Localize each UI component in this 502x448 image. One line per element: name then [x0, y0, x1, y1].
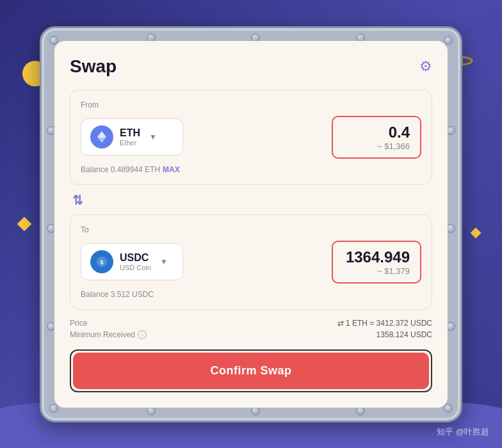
min-received-label: Minimum Received i	[70, 330, 147, 339]
to-token-name: USD Coin	[120, 264, 151, 271]
price-label: Price	[70, 319, 87, 328]
bolt-bottom-3	[356, 406, 365, 415]
bolt-right-2	[446, 224, 455, 233]
to-amount-usd: ~ $1,379	[343, 266, 410, 276]
to-balance-text: Balance 3.512 USDC	[81, 290, 154, 299]
page-title: Swap	[70, 56, 117, 77]
to-balance-row: Balance 3.512 USDC	[81, 290, 421, 299]
to-amount-box: 1364.949 ~ $1,379	[332, 241, 421, 284]
to-token-selector[interactable]: $ USDC USD Coin ▼	[81, 243, 183, 280]
price-row: Price ⇄ 1 ETH = 3412.372 USDC	[70, 319, 432, 328]
svg-marker-2	[97, 131, 106, 139]
bolt-right-1	[446, 126, 455, 135]
to-token-chevron-icon: ▼	[160, 257, 168, 266]
confirm-button-wrapper: Confirm Swap	[70, 349, 432, 392]
to-token-symbol: USDC	[120, 252, 151, 264]
svg-text:$: $	[100, 259, 103, 266]
card-header: Swap ⚙	[70, 56, 432, 77]
usdc-token-icon: $	[90, 250, 113, 273]
diamond-decoration-right	[471, 228, 482, 239]
background: Swap ⚙ From	[0, 0, 502, 448]
usdc-token-info: USDC USD Coin	[120, 252, 151, 271]
confirm-swap-button[interactable]: Confirm Swap	[73, 353, 429, 389]
from-token-symbol: ETH	[120, 127, 140, 139]
bolt-bottom-left	[49, 404, 58, 413]
from-balance-text: Balance 0.489944 ETH	[81, 165, 160, 174]
from-balance-row: Balance 0.489944 ETH MAX	[81, 165, 421, 174]
to-section: To $ USDC USD Coin ▼	[70, 214, 432, 310]
price-info-section: Price ⇄ 1 ETH = 3412.372 USDC Minimum Re…	[70, 319, 432, 339]
bolt-top-left	[49, 36, 58, 45]
diamond-decoration-left	[17, 217, 32, 232]
swap-card: Swap ⚙ From	[54, 41, 448, 408]
eth-token-info: ETH Ether	[120, 127, 140, 147]
from-token-selector[interactable]: ETH Ether ▼	[81, 118, 183, 156]
swap-direction-container: ⇅	[70, 189, 432, 212]
from-token-name: Ether	[120, 139, 140, 147]
to-amount-value: 1364.949	[343, 248, 410, 266]
bolt-bottom-2	[251, 406, 260, 415]
from-amount-value: 0.4	[343, 124, 410, 141]
metal-panel: Swap ⚙ From	[40, 26, 462, 422]
from-section: From ETH Ether	[70, 90, 432, 185]
from-token-row: ETH Ether ▼ 0.4 ~ $1,366	[81, 116, 421, 159]
swap-direction-button[interactable]: ⇅	[70, 191, 86, 209]
to-label: To	[81, 225, 421, 234]
bolt-top-right	[444, 36, 453, 45]
settings-gear-icon[interactable]: ⚙	[419, 58, 432, 75]
info-icon[interactable]: i	[138, 330, 147, 339]
bolt-right-3	[446, 322, 455, 331]
min-received-row: Minimum Received i 1358.124 USDC	[70, 330, 432, 339]
to-token-row: $ USDC USD Coin ▼ 1364.949 ~ $1,379	[81, 241, 421, 284]
from-token-chevron-icon: ▼	[149, 132, 157, 141]
bolt-bottom-right	[444, 404, 453, 413]
from-amount-usd: ~ $1,366	[343, 141, 410, 151]
min-received-value: 1358.124 USDC	[376, 330, 432, 339]
from-label: From	[81, 100, 421, 109]
from-amount-box: 0.4 ~ $1,366	[332, 116, 421, 159]
eth-token-icon	[90, 125, 113, 148]
watermark: 知乎 @叶胜超	[437, 426, 489, 438]
max-button[interactable]: MAX	[163, 165, 180, 174]
price-value: ⇄ 1 ETH = 3412.372 USDC	[337, 319, 432, 328]
bolt-bottom-1	[147, 406, 156, 415]
